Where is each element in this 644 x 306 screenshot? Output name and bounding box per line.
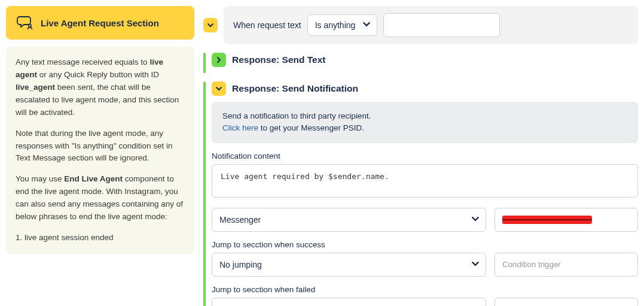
chevron-down-icon	[215, 85, 222, 92]
info-text: Note that during the live agent mode, an…	[16, 128, 185, 165]
when-value-input[interactable]	[383, 13, 500, 37]
live-agent-section-header[interactable]: Live Agent Request Section	[6, 6, 194, 40]
condition-trigger-failed-input[interactable]	[495, 298, 638, 307]
expand-toggle[interactable]	[212, 53, 226, 67]
jump-failed-select[interactable]: No jumping	[212, 298, 486, 307]
collapse-toggle[interactable]	[212, 81, 226, 96]
notification-content-input[interactable]	[212, 164, 638, 198]
condition-trigger-success-input[interactable]	[495, 253, 638, 277]
info-text: Any text message received equals to	[16, 57, 149, 66]
info-text-bold: live_agent	[16, 83, 55, 92]
when-condition-row: When request text Is anything	[224, 6, 638, 44]
notice-text: to get your Messenger PSID.	[258, 123, 364, 132]
jump-success-select[interactable]: No jumping	[212, 253, 486, 277]
info-text: You may use	[16, 174, 64, 183]
info-text: 1. live agent session ended	[16, 232, 185, 244]
get-psid-link[interactable]: Click here	[222, 123, 258, 132]
recipient-psid-input[interactable]	[495, 208, 638, 232]
collapse-toggle[interactable]	[203, 18, 218, 32]
response-send-text-title: Response: Send Text	[232, 54, 325, 65]
jump-failed-label: Jump to secction when failed	[212, 285, 638, 294]
info-panel: Any text message received equals to live…	[6, 47, 194, 254]
left-accent-bar	[203, 53, 206, 73]
svg-point-0	[29, 25, 31, 27]
chevron-right-icon	[215, 56, 222, 63]
chevron-down-icon	[207, 22, 214, 29]
chevron-down-icon	[362, 20, 371, 31]
chat-agent-icon	[17, 14, 33, 31]
response-send-notification-title: Response: Send Notification	[232, 83, 358, 94]
notification-content-label: Notification content	[212, 152, 638, 160]
chevron-down-icon	[471, 259, 480, 269]
redacted-value	[502, 216, 592, 224]
when-condition-select[interactable]: Is anything	[307, 14, 378, 36]
notice-text: Send a notification to third party recip…	[222, 111, 371, 120]
section-title: Live Agent Request Section	[41, 18, 159, 28]
channel-select[interactable]: Messenger	[212, 208, 486, 232]
info-text-bold: End Live Agent	[64, 174, 123, 183]
when-label: When request text	[233, 20, 301, 30]
info-text: or any Quick Reply button with ID	[37, 70, 159, 79]
select-value: Is anything	[315, 20, 356, 30]
jump-success-label: Jump to secction when success	[212, 240, 638, 249]
select-value: Messenger	[219, 215, 261, 225]
chevron-down-icon	[471, 214, 480, 225]
select-value: No jumping	[219, 260, 262, 269]
notification-notice: Send a notification to third party recip…	[212, 102, 638, 143]
left-accent-bar	[203, 81, 206, 306]
